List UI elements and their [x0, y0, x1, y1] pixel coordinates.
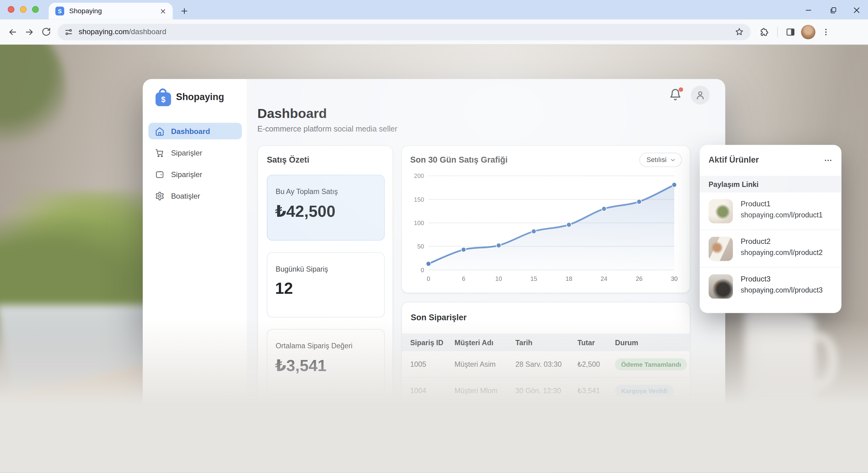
- status-badge: Kargoya Verildi: [615, 384, 674, 397]
- window-minimize-button[interactable]: [800, 3, 816, 16]
- shopping-cart-icon: [155, 148, 164, 157]
- page-background-photo: $ Shopaying Dashboard: [0, 45, 868, 473]
- active-products-panel: Aktif Ürünler Paylaşım Linki Product1 sh…: [700, 145, 841, 313]
- sidebar-nav: Dashboard Siparişler Siparişler: [148, 123, 242, 209]
- status-badge: Ödeme Tamamlandı: [615, 411, 687, 424]
- home-icon: [155, 126, 164, 136]
- order-id: 1005: [410, 360, 455, 368]
- order-amount: ₺3,541: [577, 386, 615, 395]
- stat-label: Bu Ay Toplam Satış: [276, 188, 338, 196]
- svg-text:26: 26: [636, 275, 643, 282]
- traffic-light-minimize[interactable]: [20, 6, 27, 13]
- new-tab-button[interactable]: [178, 5, 190, 17]
- order-id: 1004: [410, 386, 455, 395]
- svg-text:10: 10: [495, 275, 502, 282]
- chevron-down-icon: [670, 157, 676, 163]
- stat-average-order-value: Ortalama Sipariş Değeri ₺3,541: [267, 329, 385, 395]
- app-logo: $ Shopaying: [155, 88, 224, 107]
- browser-profile-avatar[interactable]: [801, 25, 815, 39]
- corner-plant: [0, 45, 67, 155]
- sidebar-item-label: Dashboard: [171, 127, 210, 135]
- col-header: Sipariş ID: [410, 338, 455, 346]
- stat-total-sales: Bu Ay Toplam Satış ₺42,500: [267, 175, 385, 241]
- notification-dot: [679, 88, 683, 92]
- back-button[interactable]: [4, 24, 21, 40]
- side-panel-icon[interactable]: [782, 24, 799, 40]
- window-restore-button[interactable]: [825, 3, 841, 16]
- dashboard-window: $ Shopaying Dashboard: [143, 79, 725, 438]
- extensions-puzzle-icon[interactable]: [756, 24, 773, 40]
- col-header: Durum: [615, 338, 690, 346]
- sidebar-item-orders[interactable]: Siparişler: [148, 144, 242, 161]
- order-date: 26 Sav. 09:30: [516, 413, 577, 421]
- desk-photo-decor: [0, 45, 868, 473]
- reload-button[interactable]: [38, 24, 54, 40]
- order-customer: Müşteri Asim: [454, 360, 516, 368]
- recent-orders-card: Son Siparişler Sipariş ID Müşteri Adı Ta…: [401, 302, 690, 427]
- share-link-subheader: Paylaşım Linki: [700, 176, 841, 193]
- product-list-item[interactable]: Product3 shopaying.com/l/product3: [700, 268, 841, 305]
- shopping-bag-logo-icon: $: [155, 88, 172, 107]
- stat-label: Bugünkü Sipariş: [276, 265, 328, 273]
- brand-name: Shopaying: [176, 92, 224, 103]
- traffic-light-close[interactable]: [8, 6, 14, 13]
- svg-text:24: 24: [601, 275, 608, 282]
- url-host: shopaying.com: [79, 28, 129, 36]
- product-share-link[interactable]: shopaying.com/l/product2: [741, 248, 823, 257]
- window-close-button[interactable]: [848, 3, 865, 16]
- svg-text:15: 15: [530, 275, 537, 282]
- sales-summary-card: Satış Özeti Bu Ay Toplam Satış ₺42,500 B…: [257, 145, 393, 428]
- traffic-light-zoom[interactable]: [32, 6, 39, 13]
- sidebar-item-payments[interactable]: Siparişler: [148, 166, 242, 182]
- browser-tab[interactable]: S Shopaying: [49, 3, 173, 20]
- stat-label: Ortalama Sipariş Değeri: [276, 342, 352, 350]
- toolbar-divider: [777, 27, 778, 37]
- user-avatar[interactable]: [691, 86, 710, 104]
- product-share-link[interactable]: shopaying.com/l/product3: [741, 286, 823, 294]
- plant-pot: [0, 305, 172, 418]
- order-id: 1003: [410, 413, 455, 421]
- tab-title: Shopaying: [69, 7, 158, 15]
- sidebar-item-label: Boatişler: [171, 192, 200, 200]
- stat-value: 12: [275, 279, 293, 298]
- sidebar-item-settings[interactable]: Boatişler: [148, 188, 242, 204]
- tab-close-icon[interactable]: [158, 7, 167, 16]
- product-list-item[interactable]: Product1 shopaying.com/l/product1: [700, 193, 841, 230]
- chart-range-label: Setılısi: [647, 156, 667, 164]
- product-thumbnail: [709, 199, 733, 224]
- product-name: Product2: [741, 237, 771, 245]
- orders-table: Sipariş ID Müşteri Adı Tarih Tutar Durum…: [402, 334, 690, 427]
- sidebar-item-dashboard[interactable]: Dashboard: [148, 123, 242, 139]
- url-path: /dashboard: [129, 28, 166, 36]
- browser-menu-icon[interactable]: [818, 24, 834, 40]
- orders-table-header: Sipariş ID Müşteri Adı Tarih Tutar Durum: [402, 334, 690, 351]
- product-list-item[interactable]: Product2 shopaying.com/l/product2: [700, 230, 841, 268]
- svg-text:30: 30: [671, 275, 678, 282]
- svg-text:0: 0: [421, 267, 424, 273]
- table-row: 1005 Müşteri Asim 28 Sarv. 03:30 ₺2,500 …: [402, 351, 690, 377]
- page-subtitle: E-commerce platform social media seller: [257, 125, 397, 133]
- svg-text:100: 100: [414, 219, 424, 226]
- tune-icon[interactable]: [64, 27, 73, 36]
- order-date: 28 Sarv. 03:30: [516, 360, 577, 368]
- order-date: 30 Gön, 12:30: [516, 386, 577, 395]
- forward-button[interactable]: [21, 24, 38, 40]
- bookmark-star-icon[interactable]: [735, 27, 744, 37]
- svg-text:6: 6: [462, 275, 465, 282]
- notifications-bell-icon[interactable]: [669, 88, 683, 103]
- page-title: Dashboard: [257, 106, 327, 121]
- product-name: Product1: [741, 200, 771, 208]
- stat-value: ₺3,541: [275, 356, 327, 375]
- url-bar[interactable]: shopaying.com/dashboard: [58, 24, 750, 40]
- order-customer: Müşteri Mlom: [454, 386, 516, 395]
- wallet-icon: [155, 169, 164, 179]
- ellipsis-menu-icon[interactable]: [822, 154, 835, 167]
- chart-title: Son 30 Gün Satış Grafiği: [410, 155, 508, 164]
- svg-text:50: 50: [417, 243, 424, 250]
- sidebar: $ Shopaying Dashboard: [143, 79, 247, 438]
- status-badge: Ödeme Tamamlandı: [615, 358, 687, 370]
- stat-todays-orders: Bugünkü Sipariş 12: [267, 252, 385, 317]
- wooden-board: [0, 353, 212, 446]
- chart-range-dropdown[interactable]: Setılısi: [639, 153, 682, 167]
- product-share-link[interactable]: shopaying.com/l/product1: [741, 211, 823, 219]
